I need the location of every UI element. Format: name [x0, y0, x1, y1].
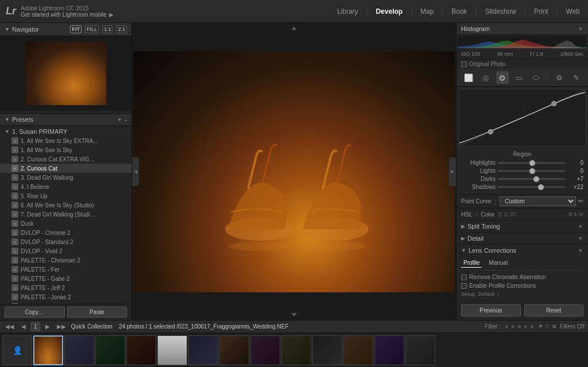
filmstrip-thumb[interactable] [281, 335, 311, 365]
previous-button[interactable]: Previous [461, 304, 521, 316]
star-4[interactable]: ★ [523, 323, 528, 330]
left-panel-toggle[interactable]: ◀ [132, 157, 139, 186]
color-button[interactable]: Color [481, 211, 495, 218]
split-toning-toggle[interactable]: ▼ [578, 223, 583, 230]
lens-toggle[interactable]: ▼ [578, 248, 583, 254]
right-panel-toggle[interactable]: ▶ [449, 157, 456, 186]
lens-corrections-section[interactable]: ▼ Lens Corrections ▼ [457, 244, 588, 256]
darks-thumb[interactable] [533, 176, 539, 182]
darks-track[interactable] [498, 178, 565, 180]
preset-item[interactable]: a 1. All We See Is Sky [0, 145, 131, 154]
preset-item[interactable]: a 5. Rise Up [0, 191, 131, 200]
fit-btn-1to1[interactable]: 1:1 [102, 25, 113, 33]
filmstrip-thumb[interactable] [343, 335, 373, 365]
star-1[interactable]: ★ [504, 323, 509, 330]
nav-print[interactable]: Print [532, 6, 551, 17]
fit-btn-2to1[interactable]: 2:1 [116, 25, 127, 33]
profile-corrections-checkbox[interactable] [461, 283, 467, 289]
filmstrip-thumb[interactable] [374, 335, 404, 365]
preset-item[interactable]: a PALETTE - Chrisman 2 [0, 256, 131, 265]
lights-track[interactable] [498, 170, 565, 172]
preset-item[interactable]: a PALETTE - Jonas 2 [0, 292, 131, 302]
preset-item[interactable]: a 6. All We See Is Sky (Studio) [0, 200, 131, 210]
reset-button[interactable]: Reset [524, 304, 584, 316]
preset-item-selected[interactable]: ■ 2. Curious Cat [0, 164, 131, 173]
star-2[interactable]: ★ [510, 323, 516, 330]
flag-icon[interactable]: ⚑ [538, 323, 543, 330]
tone-curve-canvas[interactable] [459, 89, 586, 146]
filmstrip-next-btn[interactable]: ▶ [44, 323, 52, 330]
hsl-button[interactable]: HSL [461, 211, 472, 218]
filmstrip-last-btn[interactable]: ▶▶ [55, 323, 68, 330]
filmstrip-thumb[interactable] [126, 335, 156, 365]
fit-btn-fill[interactable]: FILL [85, 25, 99, 33]
preset-item[interactable]: a Dusk [0, 219, 131, 228]
detail-toggle[interactable]: ▼ [578, 235, 583, 242]
filmstrip-thumb[interactable] [250, 335, 280, 365]
lens-tab-manual[interactable]: Manual [486, 258, 510, 268]
preset-item[interactable]: a PALETTE - Gabe 2 [0, 274, 131, 283]
preset-group-1[interactable]: ▼ 1. Susan PRIMARY [0, 127, 131, 136]
nav-develop[interactable]: Develop [373, 6, 405, 17]
nav-map[interactable]: Map [418, 6, 436, 17]
shadows-track[interactable] [498, 186, 565, 188]
star-filter[interactable]: ★ ★ ★ ★ ★ [504, 323, 535, 330]
nav-book[interactable]: Book [449, 6, 469, 17]
star-5[interactable]: ★ [529, 323, 535, 330]
filmstrip-first-btn[interactable]: ◀◀ [3, 323, 16, 330]
preset-item[interactable]: a DVLOP - Chrome 2 [0, 228, 131, 237]
nav-library[interactable]: Library [335, 6, 361, 17]
filmstrip-thumb[interactable] [95, 335, 125, 365]
preset-item[interactable]: a 2. Curious Cat EXTRA VIG… [0, 154, 131, 164]
filmstrip-thumb[interactable] [405, 335, 435, 365]
point-curve-select[interactable]: Custom Linear Medium Contrast Strong Con… [500, 196, 576, 206]
copy-button[interactable]: Copy… [5, 307, 65, 318]
reject-icon[interactable]: ✖ [552, 323, 556, 330]
graduated-filter-tool[interactable]: ▭ [513, 71, 525, 84]
preset-item[interactable]: a 7. Dead Girl Walking (Studi… [0, 210, 131, 219]
spot-removal-tool[interactable]: ◎ [479, 71, 492, 84]
preset-item[interactable]: a PALETTE - Jeff 2 [0, 283, 131, 292]
radial-filter-tool[interactable]: ⬭ [530, 71, 543, 84]
lights-thumb[interactable] [529, 168, 535, 174]
preset-item[interactable]: a PALETTE - Fer [0, 265, 131, 274]
filmstrip-thumb[interactable] [312, 335, 342, 365]
preset-item[interactable]: a DVLOP - Standard 2 [0, 237, 131, 246]
preset-item[interactable]: a 1. All We See Is Sky EXTRA… [0, 136, 131, 145]
lens-tab-profile[interactable]: Profile [461, 258, 482, 268]
panel-toggle-down[interactable] [291, 313, 297, 316]
app-subtitle[interactable]: Get started with Lightroom mobile ▶ [21, 11, 114, 18]
filmstrip-thumb[interactable] [188, 335, 218, 365]
split-toning-section[interactable]: ▶ Split Toning ▼ [457, 220, 588, 232]
chromatic-aberration-checkbox[interactable] [461, 275, 467, 280]
nav-slideshow[interactable]: Slideshow [482, 6, 519, 17]
filmstrip-thumb[interactable] [64, 335, 94, 365]
settings-tool[interactable]: ⚙ [553, 71, 566, 84]
nav-web[interactable]: Web [564, 6, 582, 17]
filmstrip-thumb[interactable] [157, 335, 187, 365]
presets-add-btn[interactable]: + [118, 116, 121, 123]
detail-section[interactable]: ▶ Detail ▼ [457, 232, 588, 244]
filmstrip-thumb[interactable] [219, 335, 249, 365]
paste-button[interactable]: Paste [67, 307, 127, 318]
shadows-thumb[interactable] [538, 184, 544, 190]
red-eye-tool[interactable]: ⊙ [496, 71, 509, 84]
presets-remove-btn[interactable]: - [125, 116, 127, 123]
crop-tool[interactable]: ⬜ [462, 71, 475, 84]
preset-item[interactable]: a 4. I Believe [0, 182, 131, 191]
brush-tool[interactable]: ✎ [570, 71, 582, 84]
star-3[interactable]: ★ [517, 323, 522, 330]
unflag-icon[interactable]: ⚐ [545, 323, 550, 330]
panel-toggle-up[interactable] [291, 26, 297, 30]
fit-btn-fit[interactable]: FIT [70, 25, 82, 33]
highlights-track[interactable] [498, 162, 565, 164]
filmstrip-thumb-active[interactable] [33, 335, 63, 365]
preset-item[interactable]: a DVLOP - Vivid 2 [0, 246, 131, 256]
preset-item[interactable]: a 3. Dead Girl Walking [0, 173, 131, 182]
original-photo-checkbox[interactable] [461, 61, 467, 67]
histogram-toggle[interactable]: ▼ [578, 26, 583, 32]
filmstrip-thumb[interactable]: 👤 [2, 335, 32, 365]
pencil-icon[interactable]: ✏ [578, 198, 583, 205]
filmstrip-prev-btn[interactable]: ◀ [20, 323, 28, 330]
highlights-thumb[interactable] [529, 160, 535, 166]
